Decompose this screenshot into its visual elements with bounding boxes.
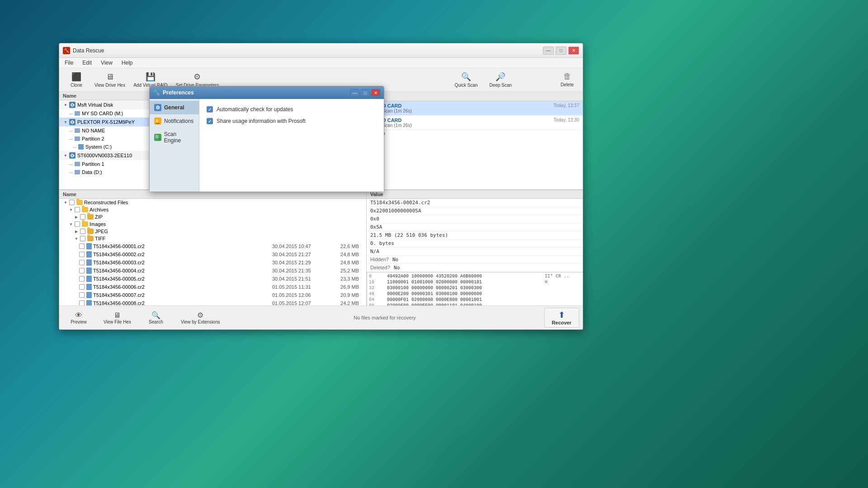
file-item-cr2-7[interactable]: T5184x3456-00007.cr2 01.05.2015 12:06 20… [59, 291, 366, 299]
file-item-zip[interactable]: ▶ ZIP [59, 213, 366, 221]
scan-subtitle-2: Deep Scan (1m 26s) [370, 123, 579, 128]
file-item-cr2-3[interactable]: T5184x3456-00003.cr2 30.04.2015 21:29 24… [59, 258, 366, 267]
view-file-hex-button[interactable]: 🖥 View File Hex [98, 310, 137, 326]
general-icon: ⚙ [154, 104, 161, 111]
expand-jpeg: ▶ [74, 229, 79, 234]
checkbox-cr2-8[interactable] [79, 300, 85, 305]
checkbox-reconstructed[interactable] [69, 200, 75, 205]
hex-row-64: 64 00000F01 02000600 0000E800 00001001 [369, 297, 581, 303]
menu-help[interactable]: Help [120, 59, 135, 67]
delete-button[interactable]: 🗑 Delete [555, 70, 579, 89]
checkbox-cr2-4[interactable] [79, 268, 85, 273]
menu-edit[interactable]: Edit [80, 59, 94, 67]
pref-usage-checkbox[interactable] [207, 118, 213, 124]
preview-button[interactable]: 👁 Preview [63, 310, 94, 326]
menu-view[interactable]: View [99, 59, 114, 67]
checkbox-cr2-3[interactable] [79, 260, 85, 265]
title-bar-left: 🔧 Data Rescue [63, 47, 104, 54]
scan-title-1: MY SD CARD [370, 103, 579, 108]
pref-general-item[interactable]: ⚙ General [150, 101, 199, 114]
checkbox-cr2-1[interactable] [79, 244, 85, 249]
file-item-cr2-4[interactable]: T5184x3456-00004.cr2 30.04.2015 21:35 25… [59, 267, 366, 275]
prop-label-hidden: Hidden? [370, 257, 389, 263]
clone-button[interactable]: ⬛ Clone [63, 70, 90, 89]
drive-name-part2: Partition 2 [82, 136, 104, 141]
title-controls: — □ ✕ [543, 47, 579, 55]
pref-scan-engine-item[interactable]: 🔍 Scan Engine [150, 128, 199, 147]
pref-notifications-label: Notifications [164, 118, 193, 124]
drive-name-noname: NO NAME [82, 128, 105, 133]
dialog-minimize-button[interactable]: — [350, 89, 359, 96]
file-item-cr2-2[interactable]: T5184x3456-00002.cr2 30.04.2015 21:27 24… [59, 250, 366, 258]
dialog-controls: — □ ✕ [350, 89, 380, 96]
file-item-cr2-6[interactable]: T5184x3456-00006.cr2 01.05.2015 11:31 26… [59, 283, 366, 291]
recover-button[interactable]: ⬆ Recover [544, 308, 579, 328]
checkbox-jpeg[interactable] [80, 229, 85, 234]
scan-title-2: MY SD CARD [370, 117, 579, 123]
app-icon: 🔧 [63, 47, 70, 54]
checkbox-cr2-6[interactable] [79, 284, 85, 290]
view-drive-hex-button[interactable]: 🖥 View Drive Hex [91, 70, 129, 89]
file-item-images[interactable]: ▼ Images [59, 221, 366, 228]
quick-scan-button[interactable]: 🔍 Quick Scan [449, 70, 483, 89]
file-item-jpeg[interactable]: ▶ JPEG [59, 228, 366, 235]
scan-item-2[interactable]: Today, 13:30 MY SD CARD Deep Scan (1m 26… [367, 116, 583, 130]
scan-engine-icon: 🔍 [154, 134, 161, 141]
checkbox-cr2-2[interactable] [79, 252, 85, 257]
deep-scan-button[interactable]: 🔎 Deep Scan [484, 70, 517, 89]
notifications-icon: 🔔 [154, 117, 161, 125]
file-item-cr2-5[interactable]: T5184x3456-00005.cr2 30.04.2015 21:51 23… [59, 275, 366, 283]
file-item-cr2-1[interactable]: T5184x3456-00001.cr2 30.04.2015 10:47 22… [59, 242, 366, 250]
maximize-button[interactable]: □ [556, 47, 566, 55]
folder-icon-images [82, 221, 88, 227]
file-item-tiff[interactable]: ▼ TIFF [59, 235, 366, 242]
drive-name-msft: Msft Virtual Disk [77, 102, 113, 108]
view-extensions-button[interactable]: ⚙ View by Extensions [175, 310, 226, 326]
folder-icon-reconstructed [76, 200, 83, 205]
pref-notifications-item[interactable]: 🔔 Notifications [150, 114, 199, 128]
app-title: Data Rescue [73, 47, 104, 54]
prop-value-4: 0x5A [370, 224, 382, 230]
file-icon-cr2-3 [86, 259, 92, 266]
quick-scan-icon: 🔍 [461, 72, 471, 82]
minimize-button[interactable]: — [543, 47, 554, 55]
props-header: Value [367, 190, 583, 199]
close-button[interactable]: ✕ [568, 47, 579, 55]
file-item-archives[interactable]: ▼ Archives [59, 206, 366, 213]
prop-row-2: 0x22001000000005A [367, 207, 583, 215]
checkbox-cr2-5[interactable] [79, 276, 85, 282]
menu-file[interactable]: File [63, 59, 75, 67]
checkbox-cr2-7[interactable] [79, 292, 85, 298]
prop-label-deleted: Deleted? [370, 265, 390, 271]
hex-row-16: 16 11000001 01001000 02000000 00000101 H [369, 279, 581, 285]
prop-value-deleted: No [394, 265, 400, 271]
file-item-reconstructed[interactable]: ▼ Reconstructed Files [59, 199, 366, 206]
pref-main-area: Automatically check for updates Share us… [199, 99, 384, 192]
clone-icon: ⬛ [71, 72, 81, 82]
quick-scan-label: Quick Scan [454, 83, 477, 88]
dialog-maximize-button[interactable]: □ [361, 89, 370, 96]
checkbox-tiff[interactable] [80, 236, 85, 241]
checkbox-images[interactable] [75, 221, 80, 227]
toolbar-right: 🔍 Quick Scan 🔎 Deep Scan 🗑 Delete [449, 70, 579, 89]
search-button[interactable]: 🔍 Search [140, 310, 172, 326]
bottom-panels: Name ▼ Reconstructed Files [59, 190, 583, 305]
file-col-size [331, 192, 363, 197]
pref-autoupdate-row: Automatically check for updates [207, 106, 377, 113]
checkbox-zip[interactable] [80, 214, 85, 220]
expand-icon-noname: — [68, 128, 74, 133]
dialog-close-button[interactable]: ✕ [371, 89, 380, 96]
checkbox-archives[interactable] [75, 207, 80, 212]
delete-label: Delete [561, 82, 574, 87]
pref-scan-engine-label: Scan Engine [164, 131, 194, 144]
view-extensions-label: View by Extensions [181, 319, 220, 324]
pref-autoupdate-checkbox[interactable] [207, 106, 213, 113]
dialog-content: ⚙ General 🔔 Notifications 🔍 Scan Engine … [150, 99, 384, 192]
props-panel: Value T5184x3456-00024.cr2 0x22001000000… [367, 190, 583, 272]
file-item-cr2-8[interactable]: T5184x3456-00008.cr2 01.05.2015 12:07 24… [59, 299, 366, 305]
prop-row-deleted: Deleted? No [367, 264, 583, 272]
folder-icon-archives [82, 207, 88, 212]
add-virtual-raid-icon: 💾 [146, 72, 156, 82]
file-icon-cr2-1 [86, 243, 92, 249]
scan-item-1[interactable]: Today, 13:37 MY SD CARD Deep Scan (1m 26… [367, 101, 583, 116]
